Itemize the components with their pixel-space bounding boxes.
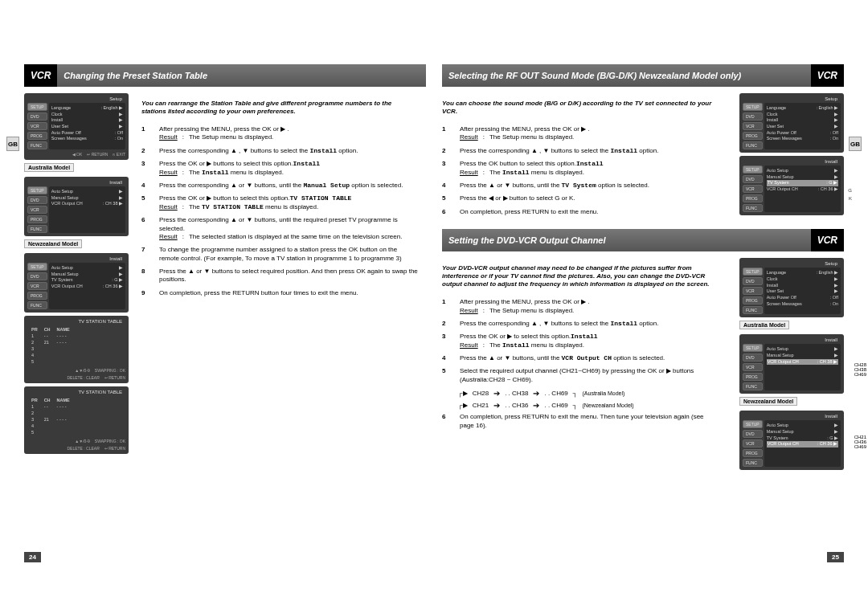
osd-footer: SWAPPING : OK <box>95 368 125 373</box>
step: 6Press the corresponding ▲ or ▼ buttons,… <box>141 216 418 241</box>
osd-header: Install <box>743 414 841 419</box>
osd-tab: FUNC <box>743 306 763 314</box>
menu-value: ▶ <box>119 124 123 130</box>
step: 2Press the corresponding ▲ , ▼ buttons t… <box>141 147 418 155</box>
step: 1After pressing the MENU, press the OK o… <box>442 125 719 142</box>
osd-tab: VCR <box>743 287 763 295</box>
page-number-right: 25 <box>827 552 844 562</box>
osd-tab: DVD <box>743 112 763 121</box>
vcr-tag: VCR <box>811 229 844 251</box>
page-left: GB VCR Changing the Preset Station Table… <box>24 64 426 562</box>
annot-ch-list: CH28 CH38 CH69 <box>854 362 866 377</box>
osd-tab: PROG <box>743 132 763 140</box>
osd-tab: SETUP <box>743 420 763 428</box>
osd-tab: DVD <box>27 112 47 121</box>
menu-value: : CH 36 ▶ <box>103 284 123 290</box>
menu-value: ▶ <box>834 117 838 124</box>
menu-item: Auto Setup <box>51 265 73 272</box>
menu-item: Language <box>767 105 786 112</box>
osd-footer: ↩ RETURN <box>87 152 108 157</box>
osd-tab: DVD <box>743 430 763 438</box>
title-rf-out: Selecting the RF OUT Sound Mode (B/G-D/K… <box>442 64 811 87</box>
step: 1After pressing the MENU, press the OK o… <box>141 125 418 142</box>
osd-header: TV STATION TABLE <box>27 390 125 394</box>
right-bottom-text: Your DVD-VCR output channel may need to … <box>442 258 727 473</box>
menu-item: Auto Setup <box>767 168 788 174</box>
cell: 21 <box>42 417 53 422</box>
osd-tab: VCR <box>27 122 47 130</box>
menu-item: Auto Power Off <box>51 130 81 137</box>
left-thumbs: Setup SETUP DVD VCR PROG FUNC Language: … <box>24 93 133 457</box>
osd-install-nz-tvsys: Install SETUP DVD VCR PROG FUNC Auto Set… <box>739 156 844 215</box>
cell: - - - - <box>55 333 72 338</box>
annot-g: G <box>848 188 852 193</box>
col: CH <box>42 327 53 332</box>
ch-val: . . CH38 <box>505 390 528 397</box>
osd-footer: ⎋ EXIT <box>113 152 125 157</box>
menu-value: ▶ <box>119 189 123 195</box>
menu-value: : CH 38 ▶ <box>103 201 123 207</box>
cell: 4 <box>29 423 40 428</box>
menu-item: VCR Output CH <box>768 359 799 366</box>
menu-item: VCR Output CH <box>51 284 83 290</box>
model-label-newzealand: Newzealand Model <box>739 397 797 406</box>
gb-tab-right: GB <box>849 137 862 151</box>
osd-tab: SETUP <box>743 103 763 111</box>
channel-flow-au: ┌▶ CH28➔ . . CH38➔ . . CH69┐ (Australia … <box>458 389 719 398</box>
osd-footer: ↩ RETURN <box>104 446 125 451</box>
right-top-content: You can choose the sound mode (B/G or D/… <box>442 88 844 221</box>
menu-value: : G ▶ <box>827 435 838 442</box>
menu-item: Auto Power Off <box>767 295 796 301</box>
right-bottom-thumbs: Setup SETUP DVD VCR PROG FUNC Language: … <box>735 258 844 473</box>
osd-tab: VCR <box>743 439 763 447</box>
menu-value: : English ▶ <box>100 105 123 112</box>
step: 2Press the corresponding ▲ , ▼ buttons t… <box>442 320 719 328</box>
step: 4Press the ▲ or ▼ buttons, until the VCR… <box>442 354 719 362</box>
menu-item: VCR Output CH <box>768 441 799 447</box>
osd-header: Setup <box>743 96 841 101</box>
osd-tab: SETUP <box>743 344 763 352</box>
osd-tab: DVD <box>27 196 47 204</box>
osd-header: TV STATION TABLE <box>27 319 125 324</box>
ch-val: . . CH36 <box>505 402 528 409</box>
osd-tab: VCR <box>27 282 47 290</box>
menu-value: ▶ <box>834 276 838 283</box>
menu-item: Manual Setup <box>51 272 79 278</box>
cell: - - - - <box>55 340 72 345</box>
model-label-newzealand: Newzealand Model <box>24 239 82 248</box>
osd-install-au-out: Install SETUP DVD VCR PROG FUNC Auto Set… <box>739 334 844 394</box>
menu-value: ▶ <box>834 112 838 118</box>
left-text-col: You can rearrange the Station Table and … <box>141 93 426 457</box>
menu-value: : G ▶ <box>112 277 123 284</box>
menu-value: ▶ <box>119 272 123 278</box>
flow-label: (Australia Model) <box>582 390 624 396</box>
osd-footer: DELETE : CLEAR <box>67 446 99 451</box>
osd-tab: SETUP <box>743 166 763 174</box>
menu-value: ▶ <box>834 288 838 295</box>
menu-item: Auto Setup <box>767 346 788 353</box>
menu-value: : Off <box>115 130 123 137</box>
col: CH <box>42 398 53 403</box>
menu-value: : G ▶ <box>826 180 837 186</box>
menu-item: User Set <box>767 288 784 295</box>
menu-value: ▶ <box>834 174 838 181</box>
menu-value: ▶ <box>834 423 838 429</box>
step: 5Press the ◀ or ▶ button to select G or … <box>442 194 719 202</box>
step: 3Press the OK or ▶ buttons to select thi… <box>141 160 418 177</box>
section-bar-rf-out: VCR Selecting the RF OUT Sound Mode (B/G… <box>442 64 844 87</box>
osd-setup: Setup SETUP DVD VCR PROG FUNC Language: … <box>24 93 129 160</box>
osd-setup: Setup SETUP DVD VCR PROG FUNC Language: … <box>739 258 844 317</box>
model-label-australia: Australia Model <box>24 163 74 172</box>
gb-tab-left: GB <box>6 137 19 151</box>
menu-item: Clock <box>767 276 778 283</box>
menu-value: : On <box>830 301 838 308</box>
osd-station-table-1: TV STATION TABLE PRCHNAME 1- -- - - - 22… <box>24 316 129 383</box>
menu-value: : On <box>115 136 123 142</box>
cell: 21 <box>42 340 53 345</box>
osd-setup: Setup SETUP DVD VCR PROG FUNC Language: … <box>739 93 844 153</box>
menu-item: Screen Messages <box>51 136 87 142</box>
osd-footer: ▲▼/0-9 <box>75 368 90 373</box>
col: PR <box>29 398 40 403</box>
right-bottom-content: Your DVD-VCR output channel may need to … <box>442 253 844 473</box>
menu-item: Auto Setup <box>767 423 788 429</box>
